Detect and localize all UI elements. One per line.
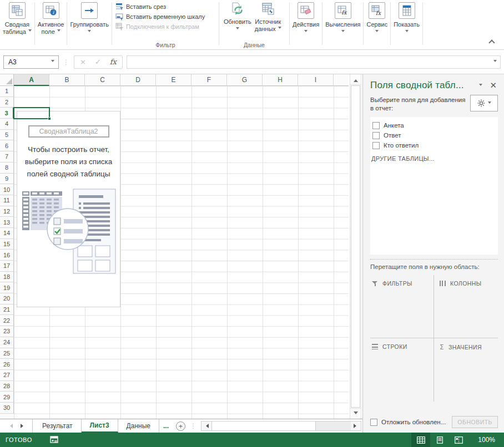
field-anketa[interactable]: Анкета xyxy=(371,120,497,130)
row-header[interactable]: 1 xyxy=(0,86,14,97)
horizontal-scrollbar-thumb[interactable] xyxy=(211,421,316,430)
row-header[interactable]: 29 xyxy=(0,392,14,403)
group-group-button[interactable]: Группировать xyxy=(67,0,112,49)
tabbar-resize-handle[interactable]: ⋮ xyxy=(185,422,201,430)
row-header[interactable]: 12 xyxy=(0,206,14,217)
pane-options-icon[interactable] xyxy=(479,84,482,88)
row-header[interactable]: 30 xyxy=(0,403,14,414)
row-header[interactable]: 16 xyxy=(0,250,14,261)
new-sheet-button[interactable]: + xyxy=(176,421,185,431)
row-header[interactable]: 5 xyxy=(0,130,14,141)
row-header[interactable]: 25 xyxy=(0,348,14,359)
refresh-button[interactable]: Обновить xyxy=(223,2,253,33)
enter-icon[interactable]: ✓ xyxy=(95,58,101,66)
checkbox-icon[interactable] xyxy=(372,142,380,149)
active-field-group-button[interactable]: i Активное поле xyxy=(35,0,67,49)
sheet-tab-list3[interactable]: Лист3 xyxy=(82,419,118,433)
scroll-right-button[interactable] xyxy=(351,421,361,430)
column-header[interactable]: C xyxy=(85,74,120,86)
column-header[interactable]: F xyxy=(191,74,227,86)
fill-handle[interactable] xyxy=(48,117,51,120)
column-header[interactable]: I xyxy=(298,74,334,86)
insert-function-icon[interactable]: fx xyxy=(110,58,117,66)
column-header[interactable]: D xyxy=(120,74,156,86)
column-header[interactable]: G xyxy=(227,74,263,86)
row-header[interactable]: 26 xyxy=(0,359,14,370)
row-header[interactable]: 9 xyxy=(0,174,14,185)
cancel-icon[interactable]: × xyxy=(80,58,86,66)
more-sheets-button[interactable]: ... xyxy=(159,419,173,433)
previous-sheet-icon[interactable] xyxy=(8,424,13,428)
row-header[interactable]: 11 xyxy=(0,195,14,206)
defer-checkbox[interactable] xyxy=(370,419,377,426)
row-header[interactable]: 18 xyxy=(0,272,14,283)
row-header[interactable]: 27 xyxy=(0,370,14,381)
sheet-tab-dannye[interactable]: Данные xyxy=(118,419,159,433)
column-header[interactable]: H xyxy=(263,74,298,86)
page-layout-view-button[interactable] xyxy=(430,433,449,447)
pivot-table-group-button[interactable]: Сводная таблица xyxy=(0,0,34,49)
select-all-corner[interactable] xyxy=(0,74,14,86)
field-list-tools-button[interactable] xyxy=(470,95,498,111)
horizontal-scrollbar[interactable] xyxy=(201,421,361,431)
column-header-partial[interactable] xyxy=(334,74,349,86)
row-header[interactable]: 4 xyxy=(0,119,14,130)
rows-area[interactable]: СТРОКИ xyxy=(370,338,434,402)
row-header[interactable]: 23 xyxy=(0,326,14,337)
vertical-scrollbar-thumb[interactable] xyxy=(351,85,360,408)
row-header[interactable]: 10 xyxy=(0,184,14,195)
normal-view-button[interactable] xyxy=(411,433,430,447)
row-header[interactable]: 8 xyxy=(0,162,14,174)
sheet-tab-rezultat[interactable]: Результат xyxy=(34,419,82,433)
formula-bar-resize-handle[interactable]: ⋮ xyxy=(59,58,74,66)
row-header[interactable]: 22 xyxy=(0,315,14,326)
row-header[interactable]: 6 xyxy=(0,140,14,151)
row-header[interactable]: 17 xyxy=(0,261,14,272)
more-tables-link[interactable]: ДРУГИЕ ТАБЛИЦЫ... xyxy=(371,155,497,162)
filter-connections-button[interactable]: Подключения к фильтрам xyxy=(115,23,214,31)
collapse-ribbon-button[interactable] xyxy=(486,36,497,45)
row-header[interactable]: 20 xyxy=(0,293,14,304)
column-header[interactable]: A xyxy=(14,74,49,86)
tools-group-button[interactable]: fx Сервис xyxy=(364,0,390,49)
scroll-left-button[interactable] xyxy=(201,421,211,430)
row-header[interactable]: 7 xyxy=(0,151,14,162)
filters-area[interactable]: ФИЛЬТРЫ xyxy=(370,275,434,338)
formula-input[interactable] xyxy=(127,55,501,69)
row-header[interactable]: 13 xyxy=(0,217,14,228)
row-header[interactable]: 28 xyxy=(0,381,14,392)
next-sheet-icon[interactable] xyxy=(21,424,26,428)
zoom-level[interactable]: 100% xyxy=(468,436,504,444)
row-header[interactable]: 15 xyxy=(0,239,14,250)
scroll-down-button[interactable] xyxy=(350,408,361,419)
active-cell-selection[interactable] xyxy=(13,107,50,119)
horizontal-scrollbar-track[interactable] xyxy=(316,421,351,430)
row-header[interactable]: 19 xyxy=(0,282,14,293)
values-area[interactable]: ΣЗНАЧЕНИЯ xyxy=(434,338,498,402)
expand-formula-bar-icon[interactable] xyxy=(493,60,497,64)
row-header[interactable]: 21 xyxy=(0,304,14,316)
vertical-scrollbar[interactable] xyxy=(350,74,361,419)
checkbox-icon[interactable] xyxy=(372,132,380,139)
insert-timeline-button[interactable]: Вставить временную шкалу xyxy=(115,13,214,21)
pane-separator[interactable] xyxy=(370,259,498,260)
column-header[interactable]: E xyxy=(156,74,191,86)
macro-record-icon[interactable] xyxy=(50,436,59,444)
scroll-up-button[interactable] xyxy=(350,74,361,85)
calculations-group-button[interactable]: fx Вычисления xyxy=(322,0,363,49)
actions-group-button[interactable]: Действия xyxy=(290,0,322,49)
checkbox-icon[interactable] xyxy=(372,122,380,129)
column-header[interactable]: B xyxy=(49,74,85,86)
page-break-view-button[interactable] xyxy=(449,433,468,447)
show-group-button[interactable]: Показать xyxy=(391,0,422,49)
row-header[interactable]: 24 xyxy=(0,337,14,348)
row-header[interactable]: 14 xyxy=(0,228,14,239)
row-header[interactable]: 3 xyxy=(0,108,14,119)
update-button[interactable]: ОБНОВИТЬ xyxy=(452,416,498,428)
columns-area[interactable]: КОЛОННЫ xyxy=(434,275,498,338)
row-header[interactable]: 2 xyxy=(0,97,14,108)
field-kto-otvetil[interactable]: Кто ответил xyxy=(371,140,497,150)
name-box[interactable]: A3 xyxy=(3,55,59,69)
close-pane-icon[interactable]: ✕ xyxy=(490,82,497,90)
field-otvet[interactable]: Ответ xyxy=(371,130,497,140)
